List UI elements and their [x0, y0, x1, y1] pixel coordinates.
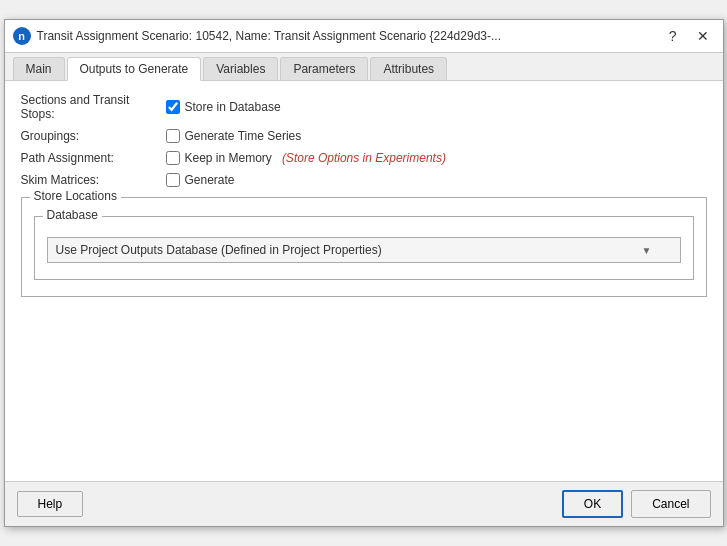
groupings-checkbox-label: Generate Time Series — [185, 129, 302, 143]
database-select-wrapper: Use Project Outputs Database (Defined in… — [47, 237, 681, 263]
store-locations-title: Store Locations — [30, 189, 121, 203]
database-select-value: Use Project Outputs Database (Defined in… — [56, 243, 382, 257]
tab-parameters[interactable]: Parameters — [280, 57, 368, 80]
groupings-row: Groupings: Generate Time Series — [21, 129, 707, 143]
tab-attributes[interactable]: Attributes — [370, 57, 447, 80]
app-icon: n — [13, 27, 31, 45]
title-bar-left: n Transit Assignment Scenario: 10542, Na… — [13, 27, 501, 45]
database-group: Database Use Project Outputs Database (D… — [34, 216, 694, 280]
store-locations-group: Store Locations Database Use Project Out… — [21, 197, 707, 297]
tab-variables[interactable]: Variables — [203, 57, 278, 80]
path-assignment-checkbox-group: Keep in Memory — [166, 151, 272, 165]
tab-bar: Main Outputs to Generate Variables Param… — [5, 53, 723, 81]
sections-checkbox[interactable] — [166, 100, 180, 114]
database-title: Database — [43, 208, 102, 222]
window-title: Transit Assignment Scenario: 10542, Name… — [37, 29, 501, 43]
skim-matrices-checkbox-group: Generate — [166, 173, 235, 187]
path-assignment-label: Path Assignment: — [21, 151, 166, 165]
sections-checkbox-group: Store in Database — [166, 100, 281, 114]
sections-row: Sections and Transit Stops: Store in Dat… — [21, 93, 707, 121]
title-bar: n Transit Assignment Scenario: 10542, Na… — [5, 20, 723, 53]
title-bar-right: ? ✕ — [663, 26, 715, 46]
tab-main[interactable]: Main — [13, 57, 65, 80]
skim-matrices-label: Skim Matrices: — [21, 173, 166, 187]
footer: Help OK Cancel — [5, 481, 723, 526]
path-assignment-checkbox-label: Keep in Memory — [185, 151, 272, 165]
path-assignment-checkbox[interactable] — [166, 151, 180, 165]
sections-checkbox-label: Store in Database — [185, 100, 281, 114]
path-assignment-row: Path Assignment: Keep in Memory (Store O… — [21, 151, 707, 165]
content-area: Sections and Transit Stops: Store in Dat… — [5, 81, 723, 481]
main-window: n Transit Assignment Scenario: 10542, Na… — [4, 19, 724, 527]
database-select[interactable]: Use Project Outputs Database (Defined in… — [47, 237, 681, 263]
help-window-button[interactable]: ? — [663, 26, 683, 46]
skim-matrices-checkbox[interactable] — [166, 173, 180, 187]
groupings-checkbox[interactable] — [166, 129, 180, 143]
sections-label: Sections and Transit Stops: — [21, 93, 166, 121]
skim-matrices-checkbox-label: Generate — [185, 173, 235, 187]
cancel-button[interactable]: Cancel — [631, 490, 710, 518]
skim-matrices-row: Skim Matrices: Generate — [21, 173, 707, 187]
groupings-checkbox-group: Generate Time Series — [166, 129, 302, 143]
footer-right: OK Cancel — [562, 490, 711, 518]
groupings-label: Groupings: — [21, 129, 166, 143]
chevron-down-icon: ▼ — [642, 245, 652, 256]
tab-outputs[interactable]: Outputs to Generate — [67, 57, 202, 81]
path-assignment-note: (Store Options in Experiments) — [282, 151, 446, 165]
ok-button[interactable]: OK — [562, 490, 623, 518]
close-button[interactable]: ✕ — [691, 26, 715, 46]
help-button[interactable]: Help — [17, 491, 84, 517]
